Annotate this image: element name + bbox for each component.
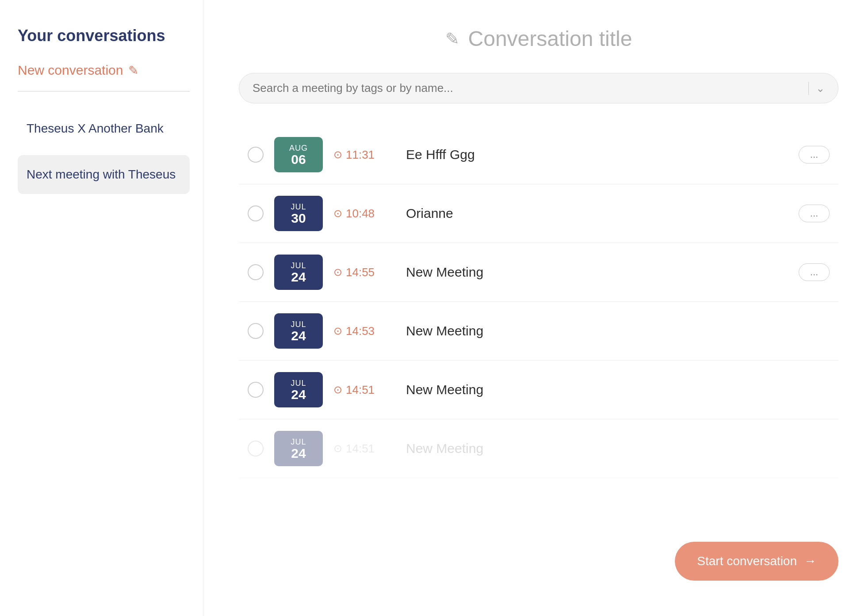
- meeting-date-badge: JUL 24: [274, 255, 323, 290]
- meeting-time: ⊙ 14:51: [333, 442, 395, 456]
- new-conversation-label: New conversation: [18, 63, 123, 78]
- sidebar: Your conversations New conversation ✎ Th…: [0, 0, 203, 616]
- meeting-date-month: JUL: [291, 261, 306, 270]
- start-conversation-arrow-icon: →: [804, 554, 816, 568]
- meeting-row[interactable]: JUL 30 ⊙ 10:48 Orianne...: [239, 184, 838, 243]
- clock-icon: ⊙: [333, 148, 342, 161]
- meeting-date-month: JUL: [291, 320, 306, 329]
- start-conversation-label: Start conversation: [697, 554, 797, 568]
- main-content: ✎ Conversation title ⌄ AUG 06 ⊙ 11:31 Ee…: [203, 0, 865, 616]
- meeting-tag[interactable]: ...: [799, 146, 830, 164]
- meeting-date-badge: JUL 24: [274, 431, 323, 466]
- meeting-date-badge: AUG 06: [274, 137, 323, 172]
- meeting-checkbox[interactable]: [248, 441, 264, 456]
- new-conversation-icon: ✎: [128, 63, 138, 78]
- sidebar-item-next-meeting[interactable]: Next meeting with Theseus: [18, 155, 190, 194]
- meeting-date-day: 24: [291, 388, 306, 401]
- meeting-time-text: 14:51: [346, 383, 375, 397]
- meeting-date-badge: JUL 30: [274, 196, 323, 231]
- search-bar: ⌄: [239, 73, 838, 103]
- meeting-time: ⊙ 10:48: [333, 207, 395, 221]
- meeting-time-text: 14:53: [346, 324, 375, 338]
- meeting-time-text: 14:51: [346, 442, 375, 456]
- meeting-time: ⊙ 14:51: [333, 383, 395, 397]
- clock-icon: ⊙: [333, 325, 342, 337]
- search-chevron-icon[interactable]: ⌄: [816, 82, 825, 95]
- edit-title-icon[interactable]: ✎: [445, 29, 459, 49]
- meeting-tag[interactable]: ...: [799, 263, 830, 281]
- main-title: Conversation title: [468, 27, 632, 51]
- meeting-checkbox[interactable]: [248, 382, 264, 398]
- meeting-name: New Meeting: [406, 441, 830, 456]
- meeting-checkbox[interactable]: [248, 205, 264, 221]
- meeting-name: Orianne: [406, 206, 788, 221]
- clock-icon: ⊙: [333, 266, 342, 278]
- meeting-date-month: AUG: [289, 144, 308, 153]
- search-divider: [808, 82, 809, 95]
- meeting-name: Ee Hfff Ggg: [406, 147, 788, 162]
- clock-icon: ⊙: [333, 384, 342, 396]
- meeting-name: New Meeting: [406, 265, 788, 280]
- meeting-date-day: 24: [291, 329, 306, 342]
- meeting-row[interactable]: JUL 24 ⊙ 14:51 New Meeting: [239, 419, 838, 478]
- meeting-time-text: 10:48: [346, 207, 375, 221]
- meeting-date-badge: JUL 24: [274, 372, 323, 407]
- meeting-time: ⊙ 11:31: [333, 148, 395, 162]
- meeting-row[interactable]: AUG 06 ⊙ 11:31 Ee Hfff Ggg...: [239, 125, 838, 184]
- meeting-date-day: 06: [291, 153, 306, 166]
- sidebar-item-theseus-bank[interactable]: Theseus X Another Bank: [18, 109, 190, 148]
- meeting-date-month: JUL: [291, 202, 306, 212]
- meeting-date-month: JUL: [291, 437, 306, 447]
- meeting-row[interactable]: JUL 24 ⊙ 14:53 New Meeting: [239, 302, 838, 361]
- meeting-checkbox[interactable]: [248, 147, 264, 163]
- sidebar-items: Theseus X Another BankNext meeting with …: [18, 109, 190, 194]
- meeting-time: ⊙ 14:55: [333, 266, 395, 279]
- meeting-name: New Meeting: [406, 323, 830, 338]
- clock-icon: ⊙: [333, 442, 342, 455]
- meeting-date-month: JUL: [291, 379, 306, 388]
- new-conversation-button[interactable]: New conversation ✎: [18, 63, 190, 78]
- meeting-date-day: 30: [291, 212, 306, 225]
- sidebar-divider: [18, 91, 190, 91]
- meeting-row[interactable]: JUL 24 ⊙ 14:51 New Meeting: [239, 361, 838, 419]
- meeting-time: ⊙ 14:53: [333, 324, 395, 338]
- meeting-checkbox[interactable]: [248, 264, 264, 280]
- search-input[interactable]: [253, 81, 801, 95]
- meeting-list: AUG 06 ⊙ 11:31 Ee Hfff Ggg... JUL 30 ⊙ 1…: [239, 125, 838, 478]
- meeting-date-day: 24: [291, 270, 306, 284]
- meeting-name: New Meeting: [406, 382, 830, 397]
- meeting-checkbox[interactable]: [248, 323, 264, 339]
- meeting-date-badge: JUL 24: [274, 313, 323, 349]
- meeting-row[interactable]: JUL 24 ⊙ 14:55 New Meeting...: [239, 243, 838, 302]
- meeting-date-day: 24: [291, 447, 306, 460]
- sidebar-title: Your conversations: [18, 27, 190, 45]
- main-header: ✎ Conversation title: [239, 27, 838, 51]
- start-conversation-button[interactable]: Start conversation →: [675, 542, 838, 581]
- meeting-time-text: 11:31: [346, 148, 375, 162]
- meeting-time-text: 14:55: [346, 266, 375, 279]
- meeting-tag[interactable]: ...: [799, 205, 830, 222]
- clock-icon: ⊙: [333, 207, 342, 220]
